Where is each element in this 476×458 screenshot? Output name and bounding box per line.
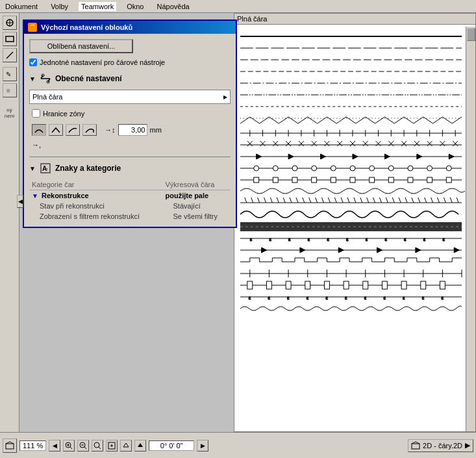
toolbar-btn-5[interactable]: ≡ xyxy=(3,83,17,97)
table-row-rekonstrukce[interactable]: ▼ Rekonstrukce použijte pale xyxy=(29,190,231,201)
arrow-label: →↕ xyxy=(105,126,116,134)
nav-zoom-btn-2[interactable] xyxy=(77,440,89,452)
layer-dropdown-arrow: ▶ xyxy=(465,441,470,450)
svg-text:ε: ε xyxy=(441,295,444,301)
jednotne-checkbox[interactable] xyxy=(29,58,37,66)
svg-point-82 xyxy=(350,166,355,171)
nav-btn-5[interactable] xyxy=(120,440,132,452)
svg-line-107 xyxy=(283,197,285,203)
svg-text:ε: ε xyxy=(249,295,251,301)
svg-line-117 xyxy=(347,197,349,203)
arrow-size-input[interactable]: 3,00 xyxy=(118,124,147,136)
svg-line-132 xyxy=(444,197,445,203)
plna-cara-value: Plná čára xyxy=(32,93,62,101)
svg-marker-217 xyxy=(138,443,143,447)
svg-rect-89 xyxy=(254,177,259,183)
svg-point-85 xyxy=(408,166,413,171)
svg-marker-155 xyxy=(454,248,459,253)
zone-label: Hranice zóny xyxy=(43,110,84,118)
svg-marker-151 xyxy=(300,248,305,253)
svg-rect-97 xyxy=(408,177,413,183)
svg-marker-152 xyxy=(338,248,344,253)
right-panel-scrollbar[interactable] xyxy=(466,27,475,431)
nav-btn-6[interactable] xyxy=(134,440,146,452)
menu-volby[interactable]: Volby xyxy=(48,2,71,11)
znaky-collapse-arrow[interactable]: ▼ xyxy=(29,165,36,172)
svg-point-77 xyxy=(254,166,259,171)
ep-end-btn[interactable] xyxy=(82,124,97,136)
svg-rect-99 xyxy=(446,177,451,183)
toolbar-btn-2[interactable] xyxy=(3,32,17,46)
menu-okno[interactable]: Okno xyxy=(124,2,146,11)
oblibena-button[interactable]: Oblíbená nastavení... xyxy=(29,39,133,53)
svg-rect-96 xyxy=(388,177,394,183)
zone-checkbox[interactable] xyxy=(32,109,40,118)
svg-line-113 xyxy=(322,197,324,203)
svg-text:ε: ε xyxy=(288,236,291,242)
svg-marker-73 xyxy=(384,154,390,159)
svg-marker-153 xyxy=(377,248,382,253)
svg-text:ε: ε xyxy=(423,236,426,242)
rekonstrukce-label: Rekonstrukce xyxy=(42,192,89,199)
svg-text:ε: ε xyxy=(287,295,290,301)
svg-text:ε: ε xyxy=(327,236,329,242)
svg-line-127 xyxy=(412,197,414,203)
svg-line-133 xyxy=(450,197,452,203)
row-expand-arrow[interactable]: ▼ xyxy=(32,192,38,199)
toolbar-btn-1[interactable] xyxy=(3,16,17,30)
obecne-collapse-arrow[interactable]: ▼ xyxy=(29,75,36,83)
svg-line-104 xyxy=(264,197,266,203)
svg-line-109 xyxy=(296,197,298,203)
svg-rect-172 xyxy=(286,281,291,289)
ep-curve2-btn[interactable] xyxy=(66,124,80,136)
table-row-stav[interactable]: Stav při rekonstrukci Stávající xyxy=(29,201,231,211)
nav-zoom-btn-1[interactable] xyxy=(63,440,75,452)
nav-zoom-btn-3[interactable] xyxy=(92,440,103,452)
svg-marker-75 xyxy=(449,154,454,159)
svg-text:ε: ε xyxy=(250,236,253,242)
toolbar-btn-3[interactable] xyxy=(3,48,17,62)
svg-rect-176 xyxy=(363,281,368,289)
svg-text:ε: ε xyxy=(422,295,425,301)
svg-text:ε: ε xyxy=(366,236,368,242)
nav-btn-4[interactable] xyxy=(106,440,118,452)
svg-rect-92 xyxy=(312,177,317,183)
plna-cara-dropdown[interactable]: Plná čára ▶ xyxy=(29,90,231,104)
dialog-title: Výchozí nastavení oblouků xyxy=(41,23,132,31)
arrow-size-group: →↕ 3,00 mm xyxy=(105,124,162,136)
row-stav-value: Stávající xyxy=(163,201,231,211)
ep-curve-btn[interactable] xyxy=(32,124,46,136)
toolbar-btn-neni[interactable]: ný není xyxy=(2,106,18,120)
svg-line-134 xyxy=(457,197,458,203)
menu-dokument[interactable]: Dokument xyxy=(3,2,40,11)
svg-text:≡: ≡ xyxy=(6,87,10,94)
nav-prev-btn[interactable]: ◀ xyxy=(49,440,60,452)
svg-line-205 xyxy=(70,447,72,449)
menu-teamwork[interactable]: Teamwork xyxy=(79,2,116,11)
menu-napoveda[interactable]: Nápověda xyxy=(154,2,192,11)
patterns-svg[interactable]: ε ε ε ε ε ε ε ε ε ε ε xyxy=(237,27,465,429)
table-col1: Kategorie čar xyxy=(29,179,163,190)
svg-text:✎: ✎ xyxy=(6,71,11,78)
svg-rect-218 xyxy=(412,444,420,449)
nav-next-btn[interactable]: ▶ xyxy=(197,440,208,452)
svg-text:ε: ε xyxy=(325,295,328,301)
scroll-thumb[interactable] xyxy=(467,28,475,41)
layer-dropdown[interactable]: 2D - čáry.2D ▶ xyxy=(408,439,473,452)
bottom-layer-icon[interactable] xyxy=(3,439,17,453)
svg-text:ε: ε xyxy=(269,236,271,242)
row-rekonstrukce-name: ▼ Rekonstrukce xyxy=(29,190,163,201)
svg-marker-69 xyxy=(257,154,262,159)
table-row-zobrazeni[interactable]: Zobrazení s filtrem rekonstrukcí Se všem… xyxy=(29,211,231,222)
panel-collapse-arrow[interactable]: ◀ xyxy=(17,195,23,208)
svg-line-102 xyxy=(251,197,253,203)
svg-line-4 xyxy=(6,52,13,58)
toolbar-btn-4[interactable]: ✎ xyxy=(3,67,17,81)
svg-point-81 xyxy=(331,166,336,171)
small-arrow-icon: →, xyxy=(32,141,41,149)
svg-point-78 xyxy=(273,166,278,171)
svg-line-212 xyxy=(99,447,101,449)
table-col2: Výkresová čára xyxy=(163,179,231,190)
svg-point-80 xyxy=(312,166,317,171)
ep-angle-btn[interactable] xyxy=(49,124,63,136)
